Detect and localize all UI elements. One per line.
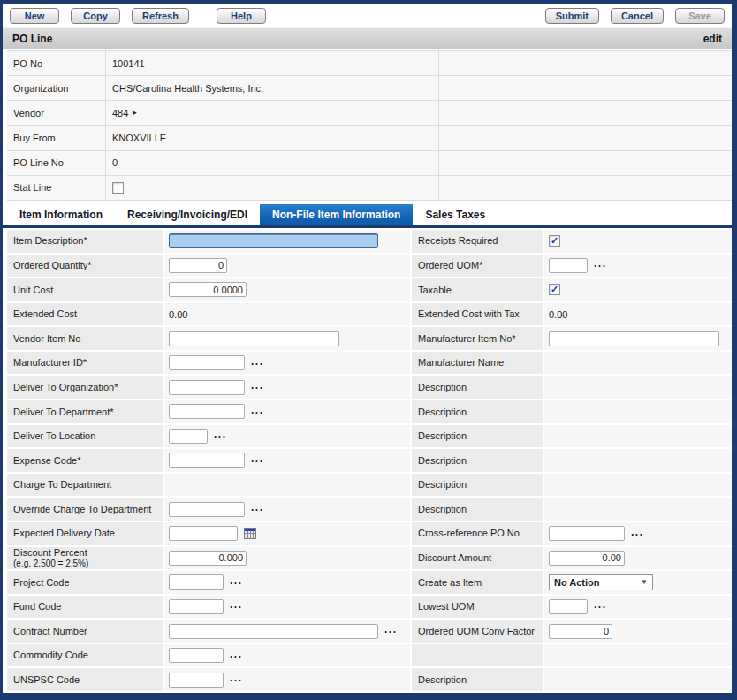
extended-cost-with-tax-value: 0.00 <box>549 309 567 320</box>
ordered-quantity-input[interactable] <box>169 258 227 273</box>
ordered-uom-input[interactable] <box>549 258 588 273</box>
taxable-label: Taxable <box>418 285 543 296</box>
project-code-input[interactable] <box>169 574 224 590</box>
create-as-item-label: Create as Item <box>418 577 543 589</box>
form-label-cell-description: Description <box>412 668 544 691</box>
deliver-to-location-input[interactable] <box>169 429 208 444</box>
description-label: Description <box>418 382 543 393</box>
form-row-cross-reference-po-no: Cross-reference PO No... <box>412 522 732 547</box>
form-value-cell-extended-cost-with-tax: 0.00 <box>544 303 732 326</box>
contract-number-lookup-ellipsis-icon[interactable]: ... <box>384 624 398 635</box>
po-no-label: PO No <box>13 58 42 69</box>
new-button[interactable]: New <box>10 8 59 24</box>
commodity-code-input[interactable] <box>169 648 224 663</box>
form-label-cell-ordered-quantity: Ordered Quantity* <box>7 255 164 278</box>
form-label-cell-fund-code: Fund Code <box>7 596 164 619</box>
form-label-cell-description: Description <box>412 425 544 448</box>
lowest-uom-lookup-ellipsis-icon[interactable]: ... <box>594 599 607 610</box>
fund-code-input[interactable] <box>169 599 224 614</box>
form-label-cell-item-description: Item Description* <box>7 230 164 253</box>
form-row-deliver-to-location: Deliver To Location... <box>7 425 412 450</box>
discount-percent-label: Discount Percent <box>13 547 163 559</box>
form-value-cell-expected-delivery-date <box>164 522 412 545</box>
vendor-detail-arrow-icon[interactable]: ▸ <box>133 109 137 117</box>
form-label-cell-unspsc-code: UNSPSC Code <box>7 668 164 691</box>
ordered-uom-lookup-ellipsis-icon[interactable]: ... <box>594 258 607 269</box>
form-row-description: Description <box>412 474 732 498</box>
unspsc-code-lookup-ellipsis-icon[interactable]: ... <box>230 673 243 683</box>
form-row-item-description: Item Description* <box>7 230 412 255</box>
form-row-description: Description <box>412 449 732 474</box>
manufacturer-item-no-label: Manufacturer Item No* <box>418 333 543 345</box>
taxable-checkbox[interactable]: ✓ <box>549 284 560 295</box>
summary-label-organization: Organization <box>7 76 106 100</box>
form-value-cell-charge-to-department <box>164 474 412 497</box>
cross-reference-po-no-input[interactable] <box>549 526 625 541</box>
discount-percent-input[interactable] <box>169 551 247 566</box>
deliver-to-department-input[interactable] <box>169 404 245 419</box>
tab-receiving-invoicing-edi[interactable]: Receiving/Invoicing/EDI <box>115 204 260 225</box>
page-title: PO Line <box>12 33 52 45</box>
lowest-uom-input[interactable] <box>549 599 588 614</box>
cancel-button[interactable]: Cancel <box>611 8 664 24</box>
override-charge-to-department-lookup-ellipsis-icon[interactable]: ... <box>251 502 264 513</box>
discount-amount-input[interactable] <box>549 551 625 566</box>
deliver-to-organization-label: Deliver To Organization* <box>13 382 163 393</box>
override-charge-to-department-input[interactable] <box>169 502 245 517</box>
manufacturer-id-lookup-ellipsis-icon[interactable]: ... <box>251 356 264 367</box>
refresh-button[interactable]: Refresh <box>132 8 189 24</box>
receipts-required-label: Receipts Required <box>418 235 543 247</box>
vendor-label: Vendor <box>13 108 44 118</box>
item-description-label: Item Description* <box>13 235 163 247</box>
ordered-quantity-label: Ordered Quantity* <box>13 260 163 271</box>
form-label-cell-project-code: Project Code <box>7 571 164 594</box>
ordered-uom-conv-factor-input[interactable] <box>549 624 612 639</box>
copy-button[interactable]: Copy <box>71 8 120 24</box>
form-label-cell-receipts-required: Receipts Required <box>412 230 544 253</box>
manufacturer-id-input[interactable] <box>169 355 245 370</box>
expected-delivery-date-input[interactable] <box>169 526 238 541</box>
summary-value-organization: CHS/Carolina Health Systems, Inc. <box>106 76 439 100</box>
vendor-item-no-input[interactable] <box>169 331 339 346</box>
summary-value-vendor: 484▸ <box>106 101 439 125</box>
form-label-cell-description: Description <box>412 376 544 399</box>
tab-non-file-item-information[interactable]: Non-File Item Information <box>260 204 413 225</box>
lowest-uom-label: Lowest UOM <box>418 601 543 612</box>
manufacturer-item-no-input[interactable] <box>549 331 719 346</box>
deliver-to-organization-input[interactable] <box>169 380 245 395</box>
create-as-item-select[interactable]: No Action▼ <box>549 574 653 590</box>
project-code-lookup-ellipsis-icon[interactable]: ... <box>230 575 243 586</box>
deliver-to-organization-lookup-ellipsis-icon[interactable]: ... <box>251 380 264 391</box>
expected-delivery-date-calendar-icon[interactable] <box>244 528 256 541</box>
deliver-to-location-lookup-ellipsis-icon[interactable]: ... <box>214 429 227 439</box>
expense-code-input[interactable] <box>169 453 245 468</box>
organization-label: Organization <box>13 83 68 94</box>
contract-number-input[interactable] <box>169 624 378 639</box>
form-value-cell-unit-cost <box>164 278 412 301</box>
form-label-cell-description: Description <box>412 449 544 472</box>
summary-value-po-no: 100141 <box>106 51 439 75</box>
tab-item-information[interactable]: Item Information <box>7 204 115 225</box>
summary-label-vendor: Vendor <box>7 101 106 125</box>
fund-code-lookup-ellipsis-icon[interactable]: ... <box>230 599 243 610</box>
cross-reference-po-no-lookup-ellipsis-icon[interactable]: ... <box>631 527 644 537</box>
fund-code-label: Fund Code <box>13 601 163 612</box>
form-value-cell-extended-cost: 0.00 <box>164 303 412 326</box>
help-button[interactable]: Help <box>217 8 266 24</box>
item-description-input[interactable] <box>169 233 378 248</box>
receipts-required-checkbox[interactable]: ✓ <box>549 235 560 247</box>
form-value-cell-create-as-item: No Action▼ <box>544 571 732 594</box>
unspsc-code-input[interactable] <box>169 673 224 688</box>
manufacturer-name-label: Manufacturer Name <box>418 357 543 369</box>
deliver-to-department-lookup-ellipsis-icon[interactable]: ... <box>251 405 264 415</box>
commodity-code-lookup-ellipsis-icon[interactable]: ... <box>230 649 243 659</box>
summary-label-buy-from: Buy From <box>7 126 106 149</box>
stat-line-checkbox[interactable] <box>112 182 124 194</box>
summary-label-po-line-no: PO Line No <box>7 151 106 175</box>
unit-cost-input[interactable] <box>169 282 247 297</box>
submit-button[interactable]: Submit <box>545 8 599 24</box>
tab-sales-taxes[interactable]: Sales Taxes <box>413 204 498 225</box>
form-value-cell-deliver-to-organization: ... <box>164 376 412 399</box>
form-row-ordered-uom-conv-factor: Ordered UOM Conv Factor <box>412 620 732 644</box>
expense-code-lookup-ellipsis-icon[interactable]: ... <box>251 453 264 464</box>
